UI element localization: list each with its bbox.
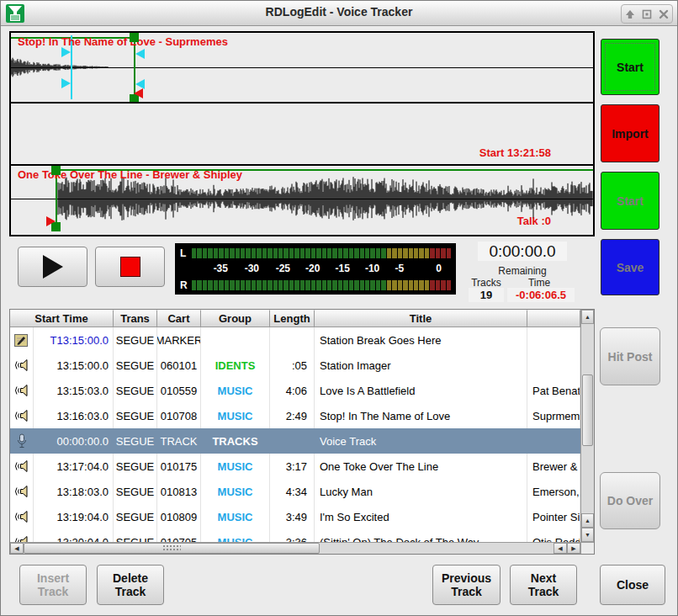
table-row[interactable]: 13:19:04.0SEGUE010809MUSIC3:49I'm So Exc… [10, 504, 580, 529]
window-controls [621, 4, 673, 24]
table-row[interactable]: 13:17:04.0SEGUE010175MUSIC3:17One Toke O… [10, 454, 580, 479]
meter-scale-label: -10 [365, 263, 379, 274]
table-row[interactable]: 13:15:00.0SEGUE060101IDENTS:05Station Im… [10, 353, 580, 378]
cell-group: IDENTS [201, 353, 270, 378]
fade-marker-handle-top-icon[interactable] [61, 47, 71, 57]
close-window-icon[interactable] [658, 8, 670, 20]
fade-marker-handle-bottom-icon[interactable] [61, 78, 71, 88]
segue-handle-top-icon[interactable] [130, 33, 139, 42]
meter-right-label: R [180, 279, 192, 291]
window-title: RDLogEdit - Voice Tracker [1, 5, 677, 19]
column-header-length[interactable]: Length [270, 310, 315, 327]
scroll-up-2-icon[interactable]: ▲ [581, 513, 594, 528]
cell-group: TRACKS [201, 428, 270, 454]
cell-group: MUSIC [201, 479, 270, 504]
log-table-header: Start TimeTransCartGroupLengthTitle [10, 310, 580, 327]
title-bar: RDLogEdit - Voice Tracker [1, 1, 677, 26]
voice-track-start-label: Start 13:21:58 [479, 146, 551, 159]
speaker-icon [10, 454, 34, 479]
track-start-handle-top-icon[interactable] [51, 166, 61, 175]
cell-start-time: 13:19:04.0 [34, 504, 114, 529]
hit-post-button[interactable]: Hit Post [600, 327, 660, 385]
speaker-icon [10, 479, 34, 504]
import-button[interactable]: Import [601, 104, 659, 162]
cell-trans: SEGUE [114, 428, 157, 454]
close-button[interactable]: Close [600, 565, 665, 605]
do-over-button[interactable]: Do Over [600, 472, 660, 529]
table-row[interactable]: 13:18:03.0SEGUE010813MUSIC4:34Lucky ManE… [10, 479, 580, 504]
previous-track-button[interactable]: Previous Track [432, 565, 501, 605]
table-row[interactable]: 13:20:04.0SEGUE010705MUSIC3:36(Sittin' O… [10, 529, 580, 542]
start-marker-icon[interactable] [46, 216, 56, 226]
end-marker-icon[interactable] [134, 88, 143, 98]
delete-track-button[interactable]: Delete Track [97, 565, 164, 605]
table-vertical-scrollbar[interactable]: ▲ ▲ ▼ [580, 310, 594, 554]
horizontal-scroll-thumb[interactable] [24, 543, 320, 554]
cell-trans: SEGUE [114, 327, 157, 353]
cell-artist: Suprmemes [527, 403, 580, 428]
table-row[interactable]: 13:16:03.0SEGUE010708MUSIC2:49Stop! In T… [10, 403, 580, 428]
cell-start-time: 13:15:00.0 [34, 353, 114, 378]
cell-title: (Sittin' On) The Dock of The Way [315, 529, 527, 542]
table-row[interactable]: 00:00:00.0SEGUETRACKTRACKSVoice Track [10, 428, 580, 454]
fade-in-marker-top-icon[interactable] [135, 49, 145, 59]
meter-scale-label: -35 [214, 263, 228, 274]
save-button[interactable]: Save [601, 239, 659, 295]
next-track-button[interactable]: Next Track [510, 565, 577, 605]
cell-title: Lucky Man [315, 479, 527, 504]
shade-window-icon[interactable] [624, 8, 636, 20]
cell-start-time: 13:18:03.0 [34, 479, 114, 504]
scroll-left-icon[interactable]: ◀ [10, 543, 24, 554]
table-row[interactable]: T13:15:00.0SEGUEMARKERStation Break Goes… [10, 327, 580, 353]
cell-title: Station Break Goes Here [315, 327, 527, 353]
horizontal-scroll-track[interactable] [320, 543, 554, 554]
table-row[interactable]: 13:15:03.0SEGUE010559MUSIC4:06Love Is A … [10, 378, 580, 403]
meter-scale-label: -5 [395, 263, 404, 274]
scroll-right-icon[interactable]: ▶ [567, 543, 580, 554]
vertical-scroll-thumb[interactable] [582, 374, 593, 446]
cell-length: :05 [270, 353, 315, 378]
cell-artist: Emerson, Lake [527, 479, 580, 504]
cell-title: Voice Track [315, 428, 527, 454]
scroll-up-icon[interactable]: ▲ [581, 310, 594, 324]
scrollbar-corner [581, 542, 594, 554]
cell-artist: Pat Benatar [527, 378, 580, 403]
column-header-start-time[interactable]: Start Time [10, 310, 114, 327]
scroll-left-2-icon[interactable]: ◀ [554, 543, 567, 554]
cell-title: Stop! In The Name of Love [315, 403, 527, 428]
meter-right-bar [192, 280, 451, 290]
cell-artist [527, 353, 580, 378]
waveform-pane-outgoing[interactable]: Stop! In The Name of Love - Suprmemes [11, 33, 593, 104]
waveform-pane-voicetrack[interactable]: Start 13:21:58 [11, 104, 593, 166]
scroll-down-icon[interactable]: ▼ [581, 528, 594, 542]
thumb-grip-icon [162, 544, 181, 552]
column-header-cart[interactable]: Cart [157, 310, 201, 327]
column-header-group[interactable]: Group [201, 310, 270, 327]
column-header-title[interactable]: Title [315, 310, 527, 327]
cell-cart: 060101 [157, 353, 201, 378]
table-horizontal-scrollbar[interactable]: ◀ ◀ ▶ [10, 542, 580, 554]
speaker-icon [10, 353, 34, 378]
remaining-time-value: -0:06:06.5 [507, 288, 575, 302]
play-start-button[interactable]: Start [601, 172, 659, 230]
play-button[interactable] [18, 247, 87, 287]
cell-trans: SEGUE [114, 504, 157, 529]
cell-cart: 010175 [157, 454, 201, 479]
maximize-window-icon[interactable] [641, 8, 653, 20]
cell-length: 3:17 [270, 454, 315, 479]
column-header-trans[interactable]: Trans [114, 310, 157, 327]
insert-track-button[interactable]: Insert Track [19, 565, 87, 605]
stop-button[interactable] [95, 247, 165, 287]
speaker-icon [10, 403, 34, 428]
cell-cart: 010809 [157, 504, 201, 529]
cell-cart: 010708 [157, 403, 201, 428]
cell-cart: TRACK [157, 428, 201, 454]
voice-tracker-window: RDLogEdit - Voice Tracker Stop! In The N… [0, 0, 678, 616]
cell-length [270, 428, 315, 454]
cell-start-time: T13:15:00.0 [34, 327, 114, 353]
record-start-button[interactable]: Start [601, 39, 659, 95]
vertical-scroll-track[interactable] [581, 324, 594, 513]
cell-group: MUSIC [201, 403, 270, 428]
waveform-pane-incoming[interactable]: One Toke Over The Line - Brewer & Shiple… [11, 166, 593, 231]
speaker-icon [10, 504, 34, 529]
